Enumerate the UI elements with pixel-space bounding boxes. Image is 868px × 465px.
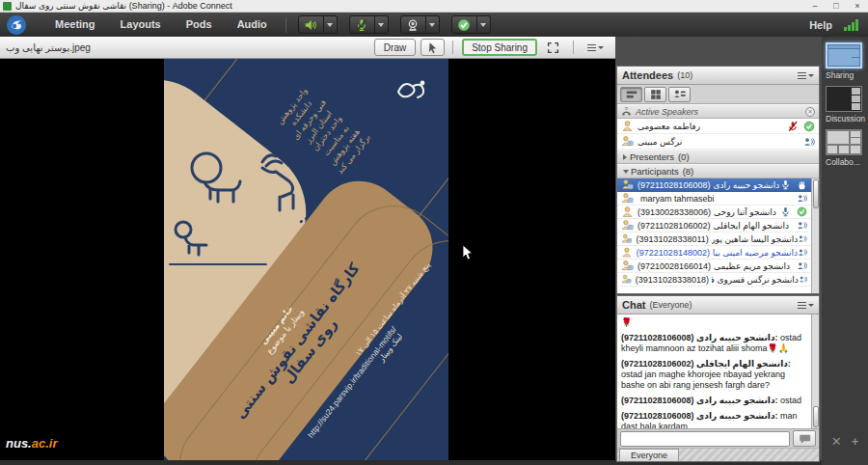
add-layout-icon[interactable]: + bbox=[852, 434, 859, 449]
minimize-button[interactable]: – bbox=[804, 0, 826, 12]
participant-row[interactable]: (97211028106002) دانشجو الهام ایجاقلی bbox=[617, 219, 811, 232]
attendees-pod-menu-button[interactable] bbox=[798, 72, 814, 79]
participant-id: (97211028106002) bbox=[637, 221, 710, 231]
active-speaker-row[interactable]: رفاطمه معصومی bbox=[617, 119, 819, 134]
connection-signal-icon bbox=[844, 19, 858, 31]
adobe-connect-window: { "titlebar": { "title": "نقاشی نقوش سنت… bbox=[0, 0, 868, 465]
webcam-button[interactable] bbox=[400, 15, 426, 34]
chat-text: ostad bbox=[780, 396, 801, 405]
pod-menu-icon bbox=[798, 72, 806, 79]
audio-icon bbox=[797, 260, 807, 271]
stop-sharing-button[interactable]: Stop Sharing bbox=[462, 39, 537, 56]
raised-hand-icon bbox=[797, 179, 807, 190]
speaker-button[interactable] bbox=[298, 15, 324, 34]
tab-everyone[interactable]: Everyone bbox=[619, 449, 679, 461]
layout-collaboration-label: Collabo... bbox=[826, 157, 864, 167]
toolbar-separator bbox=[452, 41, 453, 54]
close-layout-icon[interactable]: ✕ bbox=[831, 434, 842, 449]
menu-pods[interactable]: Pods bbox=[174, 13, 225, 37]
scrollbar-thumb[interactable] bbox=[813, 406, 819, 427]
view-list-button[interactable] bbox=[620, 87, 642, 102]
participant-row[interactable]: (97221028148002) دانشجو مرضیه امینی بیات bbox=[617, 246, 811, 260]
status-dropdown[interactable] bbox=[477, 15, 491, 34]
microphone-dropdown[interactable] bbox=[375, 15, 389, 34]
participant-name: دانشجو مریم عظیمی bbox=[714, 261, 790, 271]
chat-sender: دانشجو حبیبه رادی (97211028106008): bbox=[621, 396, 778, 405]
webcam-icon bbox=[406, 18, 420, 32]
webcam-dropdown[interactable] bbox=[426, 15, 440, 34]
participant-row[interactable]: (39131028338018) دانشجو نرگس قسروی قنادق bbox=[617, 273, 811, 287]
microphone-button-group bbox=[349, 15, 389, 34]
speaker-icon bbox=[304, 18, 317, 32]
view-status-button[interactable] bbox=[668, 87, 691, 102]
participants-section-bar[interactable]: Participants (8) bbox=[617, 164, 819, 178]
participant-id: (97211028106008) bbox=[637, 180, 710, 190]
participants-scrollbar[interactable] bbox=[811, 178, 819, 293]
attendees-count: (10) bbox=[677, 70, 692, 80]
participant-name: دانشجو آتنا روحی bbox=[714, 207, 776, 217]
share-canvas: واحد پژوهش دانشکده فنی وحرفه ای استان ال… bbox=[0, 59, 615, 460]
view-grid-button[interactable] bbox=[644, 87, 666, 102]
shared-filename: پوستر نهایی وب.jpeg bbox=[6, 42, 91, 53]
chat-sender: دانشجو حبیبه رادی (97211028106008): bbox=[621, 333, 778, 342]
participant-role-icon bbox=[621, 192, 634, 205]
participant-row[interactable]: (97211028106008) دانشجو حبیبه رادی bbox=[617, 178, 811, 192]
status-check-icon bbox=[457, 18, 471, 32]
chat-scrollbar[interactable] bbox=[811, 315, 819, 428]
participant-row[interactable]: (97210028166014) دانشجو مریم عظیمی bbox=[617, 260, 811, 273]
share-pod-menu-button[interactable] bbox=[582, 39, 610, 56]
participant-name: maryam tahmasebi bbox=[640, 194, 715, 204]
participant-name: دانشجو الیسا شاهین پوریان bbox=[712, 234, 798, 244]
menu-meeting[interactable]: Meeting bbox=[42, 13, 108, 37]
presenter-role-icon bbox=[621, 135, 634, 148]
chat-message: دانشجو حبیبه رادی (97211028106008): man … bbox=[621, 411, 807, 428]
participant-row[interactable]: (39131028338011) دانشجو الیسا شاهین پوری… bbox=[617, 232, 811, 246]
status-button[interactable] bbox=[451, 15, 477, 34]
active-speakers-close-icon[interactable]: × bbox=[805, 107, 815, 117]
menu-audio[interactable]: Audio bbox=[225, 13, 280, 37]
fullscreen-button[interactable] bbox=[541, 39, 565, 56]
chat-send-button[interactable] bbox=[793, 430, 816, 447]
adobe-connect-logo-icon bbox=[6, 14, 27, 36]
app-icon bbox=[3, 2, 12, 11]
microphone-button[interactable] bbox=[349, 15, 375, 34]
layout-collaboration[interactable]: Collabo... bbox=[826, 129, 864, 167]
participants-label: Participants bbox=[631, 166, 679, 177]
watermark-prefix: nus. bbox=[6, 436, 32, 451]
chat-message-area: 🌹 دانشجو حبیبه رادی (97211028106008): os… bbox=[617, 315, 819, 428]
active-speaker-row[interactable]: نرگس مبینی bbox=[617, 134, 819, 150]
pod-menu-icon bbox=[798, 302, 806, 309]
pointer-button[interactable] bbox=[420, 39, 445, 56]
speaker-dropdown[interactable] bbox=[324, 15, 338, 34]
menubar: Meeting Layouts Pods Audio Help bbox=[0, 13, 868, 37]
menu-layouts[interactable]: Layouts bbox=[108, 13, 174, 37]
participant-name: دانشجو مرضیه امینی بیات bbox=[713, 248, 798, 258]
participant-id: (39131028338011) bbox=[636, 234, 708, 244]
list-view-icon bbox=[625, 88, 638, 101]
chat-input-row bbox=[617, 428, 819, 448]
collapse-arrow-icon bbox=[623, 154, 627, 160]
presenters-label: Presenters bbox=[630, 151, 674, 162]
scrollbar-thumb[interactable] bbox=[813, 179, 819, 208]
menu-help[interactable]: Help bbox=[798, 19, 844, 31]
maximize-button[interactable]: □ bbox=[826, 0, 847, 12]
layout-discussion-thumbnail bbox=[826, 86, 862, 112]
close-button[interactable]: × bbox=[847, 0, 868, 12]
layout-discussion[interactable]: Discussion bbox=[826, 86, 864, 123]
participant-name: دانشجو حبیبه رادی bbox=[713, 180, 779, 190]
layout-sharing-thumbnail bbox=[826, 42, 862, 68]
presenters-section-bar[interactable]: Presenters (0) bbox=[617, 150, 819, 164]
chat-pod: Chat (Everyone) 🌹 دانشجو حبیبه رادی (972… bbox=[616, 295, 820, 462]
audio-icon bbox=[798, 233, 807, 244]
active-speakers-label: Active Speakers bbox=[636, 107, 698, 117]
speaking-icon bbox=[803, 136, 815, 148]
participant-row[interactable]: (39130028338006) دانشجو آتنا روحی bbox=[617, 205, 811, 219]
active-speaker-name: رفاطمه معصومی bbox=[637, 122, 700, 131]
chat-input[interactable] bbox=[620, 431, 790, 447]
chat-pod-menu-button[interactable] bbox=[798, 302, 814, 309]
participant-row[interactable]: maryam tahmasebi bbox=[617, 192, 811, 205]
draw-button[interactable]: Draw bbox=[374, 39, 416, 56]
attendees-pod: Attendees (10) Active Speakers × رفاطمه … bbox=[616, 66, 820, 294]
active-speakers-bar[interactable]: Active Speakers × bbox=[617, 104, 819, 119]
layout-sharing[interactable]: Sharing bbox=[826, 42, 864, 80]
